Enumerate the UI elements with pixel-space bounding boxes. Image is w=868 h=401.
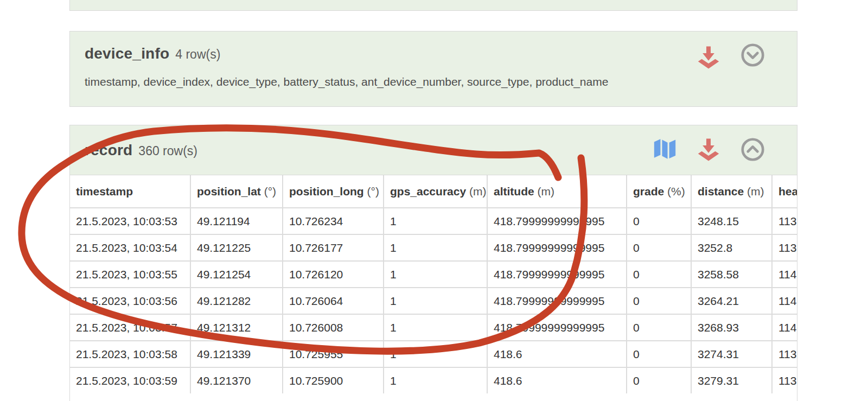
record-cell: 1: [384, 341, 487, 367]
column-header-grade: grade (%): [627, 175, 691, 208]
record-cell: 418.79999999999995: [487, 314, 627, 341]
record-cell: 10.726008: [283, 314, 384, 341]
record-cell: 1: [384, 208, 487, 234]
record-title-row: record 360 row(s): [85, 142, 197, 159]
column-header-hea: hea: [772, 175, 797, 208]
record-cell: 21.5.2023, 10:03:57: [70, 314, 190, 341]
record-cell: 10.726177: [283, 234, 384, 261]
record-cell: 3268.93: [691, 314, 772, 341]
record-cell: 49.121282: [190, 288, 283, 314]
record-cell: 21.5.2023, 10:03:59: [70, 367, 190, 393]
record-cell: 1: [384, 314, 487, 341]
record-cell: 49.121339: [190, 341, 283, 367]
columns-summary: timestamp, device_index, device_type, ba…: [70, 75, 797, 88]
column-header-distance: distance (m): [691, 175, 772, 208]
record-cell: 21.5.2023, 10:03:54: [70, 234, 190, 261]
chevron-up-circle-icon: [741, 137, 765, 162]
record-row: 21.5.2023, 10:03:5349.12119410.726234141…: [70, 208, 797, 234]
record-cell: 3279.31: [691, 367, 772, 393]
download-tray-icon: [697, 137, 720, 162]
column-header-timestamp: timestamp: [70, 175, 190, 208]
record-cell: 1: [384, 234, 487, 261]
record-row: 21.5.2023, 10:03:5649.12128210.726064141…: [70, 288, 797, 314]
record-cell: 418.6: [487, 367, 627, 393]
record-cell: 0: [627, 314, 691, 341]
record-row: 21.5.2023, 10:03:5549.12125410.726120141…: [70, 261, 797, 288]
column-header-position_lat: position_lat (°): [190, 175, 283, 208]
record-cell: 418.6: [487, 341, 627, 367]
device-info-download-button[interactable]: [697, 44, 720, 70]
record-cell: 3252.8: [691, 234, 772, 261]
record-cell: 21.5.2023, 10:03:53: [70, 208, 190, 234]
record-cell: 49.121370: [190, 367, 283, 393]
record-row: 21.5.2023, 10:03:5849.12133910.725955141…: [70, 341, 797, 367]
record-cell: 418.79999999999995: [487, 288, 627, 314]
map-icon: [653, 138, 677, 161]
record-cell: 3274.31: [691, 341, 772, 367]
record-row: 21.5.2023, 10:03:5949.12137010.725900141…: [70, 367, 797, 393]
chevron-down-circle-icon: [741, 43, 765, 67]
record-row: 21.5.2023, 10:03:5749.12131210.726008141…: [70, 314, 797, 341]
record-cell: 49.121194: [190, 208, 283, 234]
record-cell: 113: [772, 367, 797, 393]
record-collapse-button[interactable]: [741, 137, 765, 162]
row-count-badge: 4 row(s): [175, 47, 220, 62]
record-cell: 3258.58: [691, 261, 772, 288]
record-cell: 113: [772, 341, 797, 367]
record-cell: 10.725955: [283, 341, 384, 367]
record-cell: 1: [384, 261, 487, 288]
panel-title: device_info: [85, 45, 169, 62]
download-tray-icon: [697, 44, 720, 70]
record-cell: 49.121225: [190, 234, 283, 261]
record-cell: 114: [772, 314, 797, 341]
record-cell: 418.79999999999995: [487, 234, 627, 261]
row-count-badge: 360 row(s): [138, 144, 197, 158]
record-cell: 0: [627, 261, 691, 288]
record-cell: 114: [772, 288, 797, 314]
record-cell: 113: [772, 234, 797, 261]
record-cell: 21.5.2023, 10:03:55: [70, 261, 190, 288]
record-header: record 360 row(s): [70, 125, 797, 175]
record-cell: 3264.21: [691, 288, 772, 314]
record-cell: 21.5.2023, 10:03:56: [70, 288, 190, 314]
record-row: 21.5.2023, 10:03:5449.12122510.726177141…: [70, 234, 797, 261]
record-cell: 1: [384, 288, 487, 314]
record-cell: 49.121254: [190, 261, 283, 288]
record-cell: 0: [627, 288, 691, 314]
record-cell: 10.725900: [283, 367, 384, 393]
column-header-altitude: altitude (m): [487, 175, 627, 208]
record-cell: 0: [627, 234, 691, 261]
device-info-header: device_info 4 row(s): [70, 31, 797, 62]
column-header-position_long: position_long (°): [283, 175, 384, 208]
column-header-gps_accuracy: gps_accuracy (m): [384, 175, 487, 208]
record-download-button[interactable]: [697, 137, 720, 162]
device-info-panel: device_info 4 row(s) timestamp, device_i…: [69, 31, 797, 107]
record-cell: 21.5.2023, 10:03:58: [70, 341, 190, 367]
record-cell: 3248.15: [691, 208, 772, 234]
record-cell: 114: [772, 261, 797, 288]
record-panel: record 360 row(s): [69, 125, 797, 401]
panel-title: record: [85, 142, 132, 159]
record-cell: 10.726064: [283, 288, 384, 314]
record-cell: 418.79999999999995: [487, 261, 627, 288]
record-cell: 0: [627, 341, 691, 367]
record-table-header-row: timestampposition_lat (°)position_long (…: [70, 175, 797, 208]
record-cell: 10.726120: [283, 261, 384, 288]
collapsed-panel-partial: [69, 0, 797, 11]
record-cell: 49.121312: [190, 314, 283, 341]
record-cell: 1: [384, 367, 487, 393]
device-info-expand-button[interactable]: [741, 43, 765, 67]
record-cell: 0: [627, 208, 691, 234]
record-cell: 10.726234: [283, 208, 384, 234]
record-cell: 0: [627, 367, 691, 393]
record-table: timestampposition_lat (°)position_long (…: [70, 175, 797, 393]
record-cell: 418.79999999999995: [487, 208, 627, 234]
record-map-button[interactable]: [653, 138, 677, 161]
record-cell: 113: [772, 208, 797, 234]
